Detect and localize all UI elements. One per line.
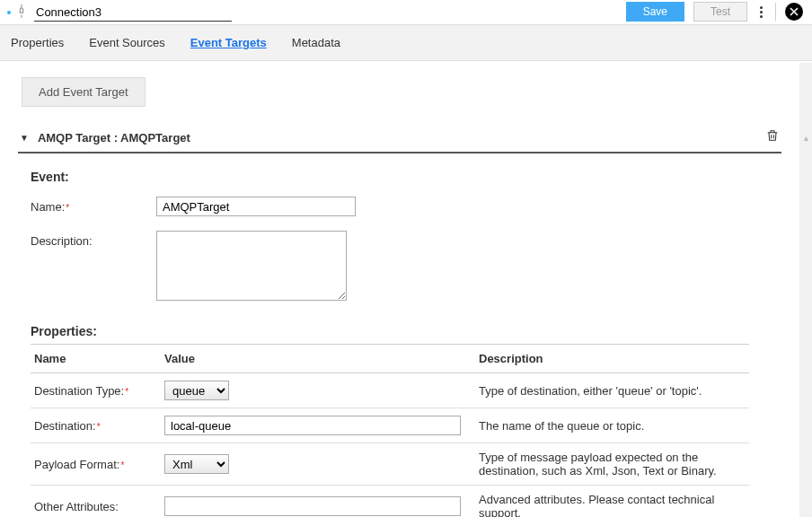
event-section-label: Event:	[31, 170, 781, 184]
tab-properties[interactable]: Properties	[11, 27, 64, 58]
top-bar: Save Test	[0, 0, 812, 25]
row-description: Description:	[31, 231, 781, 301]
name-label: Name:	[31, 197, 156, 214]
properties-table: Name Value Description Destination Type:…	[31, 344, 749, 517]
close-icon[interactable]	[785, 3, 803, 21]
prop-desc: Type of message payload expected on the …	[475, 443, 749, 486]
destination-type-select[interactable]: queue	[164, 381, 229, 400]
col-header-value: Value	[161, 345, 475, 373]
scroll-up-icon[interactable]: ▴	[804, 133, 808, 143]
name-input[interactable]	[156, 197, 356, 216]
table-row: Destination: The name of the queue or to…	[31, 408, 749, 443]
add-event-target-button[interactable]: Add Event Target	[22, 77, 146, 107]
test-button[interactable]: Test	[693, 2, 747, 22]
col-header-description: Description	[475, 345, 749, 373]
connection-name-input[interactable]	[34, 4, 232, 22]
prop-name: Destination:	[34, 419, 101, 433]
prop-name: Other Attributes:	[34, 500, 119, 513]
row-name: Name:	[31, 197, 781, 216]
prop-desc: Type of destination, either 'queue' or '…	[475, 373, 749, 408]
tab-event-sources[interactable]: Event Sources	[89, 27, 165, 58]
prop-desc: Advanced attributes. Please contact tech…	[475, 486, 749, 518]
event-targets-panel: Add Event Target ▼ AMQP Target : AMQPTar…	[0, 63, 799, 517]
destination-input[interactable]	[164, 416, 461, 435]
payload-format-select[interactable]: Xml	[164, 454, 229, 474]
description-label: Description:	[31, 231, 156, 248]
prop-desc: The name of the queue or topic.	[475, 408, 749, 443]
description-input[interactable]	[156, 231, 347, 301]
status-dot	[7, 11, 11, 14]
tab-metadata[interactable]: Metadata	[292, 27, 340, 58]
table-row: Payload Format: Xml Type of message payl…	[31, 443, 749, 486]
tab-bar: Properties Event Sources Event Targets M…	[0, 25, 812, 61]
delete-icon[interactable]	[765, 128, 780, 146]
save-button[interactable]: Save	[626, 2, 684, 22]
properties-section-label: Properties:	[31, 324, 781, 338]
top-bar-actions: Save Test	[626, 2, 803, 22]
target-title: AMQP Target : AMQPTarget	[38, 131, 190, 145]
connection-icon	[13, 3, 32, 22]
col-header-name: Name	[31, 345, 161, 373]
prop-name: Destination Type:	[34, 384, 128, 398]
tab-event-targets[interactable]: Event Targets	[190, 27, 267, 58]
prop-name: Payload Format:	[34, 458, 124, 471]
content-area: ▴ Add Event Target ▼ AMQP Target : AMQPT…	[0, 63, 812, 517]
table-row: Destination Type: queue Type of destinat…	[31, 373, 749, 408]
table-row: Other Attributes: Advanced attributes. P…	[31, 486, 749, 518]
more-menu-icon[interactable]	[756, 6, 766, 18]
divider	[775, 3, 776, 21]
target-header[interactable]: ▼ AMQP Target : AMQPTarget	[18, 123, 781, 153]
other-attributes-input[interactable]	[164, 496, 461, 516]
collapse-icon[interactable]: ▼	[20, 133, 29, 143]
